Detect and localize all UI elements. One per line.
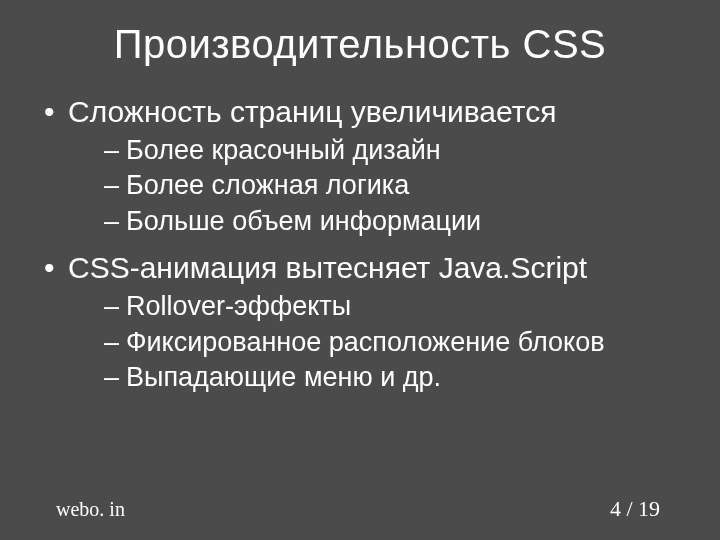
bullet-item: Сложность страниц увеличивается Более кр… bbox=[38, 93, 690, 239]
slide-footer: webo. in 4 / 19 bbox=[0, 496, 720, 522]
sub-bullet-item: Фиксированное расположение блоков bbox=[104, 325, 690, 361]
sub-bullet-item: Выпадающие меню и др. bbox=[104, 360, 690, 396]
footer-site: webo. in bbox=[56, 498, 125, 521]
bullet-list: Сложность страниц увеличивается Более кр… bbox=[38, 93, 690, 396]
sub-bullet-item: Более сложная логика bbox=[104, 168, 690, 204]
sub-bullet-list: Rollover-эффекты Фиксированное расположе… bbox=[68, 289, 690, 396]
sub-bullet-item: Более красочный дизайн bbox=[104, 133, 690, 169]
footer-page: 4 / 19 bbox=[610, 496, 660, 522]
bullet-text: Сложность страниц увеличивается bbox=[68, 95, 556, 128]
slide-title: Производительность CSS bbox=[0, 0, 720, 85]
page-sep: / bbox=[621, 496, 638, 521]
bullet-text: CSS-анимация вытесняет Java.Script bbox=[68, 251, 587, 284]
slide: Производительность CSS Сложность страниц… bbox=[0, 0, 720, 540]
slide-content: Сложность страниц увеличивается Более кр… bbox=[0, 93, 720, 396]
bullet-item: CSS-анимация вытесняет Java.Script Rollo… bbox=[38, 249, 690, 395]
sub-bullet-list: Более красочный дизайн Более сложная лог… bbox=[68, 133, 690, 240]
sub-bullet-item: Больше объем информации bbox=[104, 204, 690, 240]
sub-bullet-item: Rollover-эффекты bbox=[104, 289, 690, 325]
page-current: 4 bbox=[610, 496, 621, 521]
page-total: 19 bbox=[638, 496, 660, 521]
